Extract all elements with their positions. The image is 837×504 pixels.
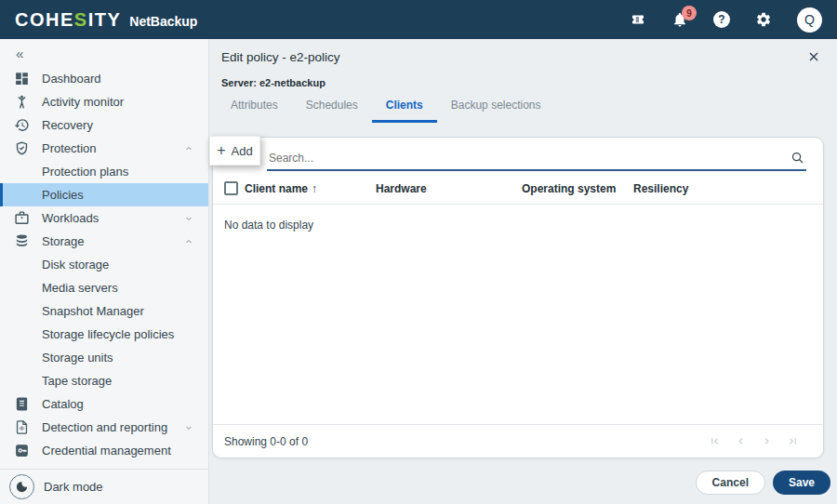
- credential-key-icon: [14, 443, 30, 458]
- showing-count-text: Showing 0-0 of 0: [224, 435, 308, 448]
- notification-badge: 9: [682, 6, 697, 20]
- user-avatar[interactable]: Q: [797, 7, 822, 33]
- page-title: Edit policy - e2-policy: [221, 50, 340, 64]
- activity-monitor-icon: [14, 94, 30, 110]
- tab-schedules[interactable]: Schedules: [292, 99, 372, 123]
- sidebar-item-recovery[interactable]: Recovery: [0, 113, 208, 137]
- action-bar: Cancel Save: [696, 471, 830, 495]
- next-page-icon[interactable]: [761, 435, 773, 447]
- cancel-button[interactable]: Cancel: [696, 471, 765, 495]
- chevron-down-icon: [183, 213, 194, 224]
- column-header-client-name[interactable]: Client name ↑: [245, 182, 376, 195]
- sidebar-item-credential-management[interactable]: Credential management: [0, 439, 208, 462]
- edit-policy-panel: Edit policy - e2-policy Server: e2-netba…: [209, 39, 837, 504]
- sort-ascending-icon: ↑: [312, 182, 317, 195]
- column-header-operating-system[interactable]: Operating system: [522, 182, 633, 195]
- dark-mode-toggle[interactable]: Dark mode: [0, 469, 208, 504]
- save-button[interactable]: Save: [773, 471, 830, 495]
- search-input[interactable]: [267, 152, 790, 165]
- sidebar-item-tape-storage[interactable]: Tape storage: [0, 369, 208, 392]
- table-footer: Showing 0-0 of 0: [213, 424, 823, 458]
- panel-header: Edit policy - e2-policy: [209, 39, 837, 64]
- tab-backup-selections[interactable]: Backup selections: [437, 99, 555, 123]
- sidebar-item-dashboard[interactable]: Dashboard: [0, 67, 208, 90]
- add-button-label: Add: [232, 144, 253, 158]
- sidebar: « Dashboard Activity monitor Recovery Pr…: [0, 39, 209, 504]
- last-page-icon[interactable]: [787, 435, 799, 447]
- clients-table-card: Client name ↑ Hardware Operating system …: [212, 137, 824, 458]
- search-icon[interactable]: [790, 151, 804, 165]
- storage-database-icon: [14, 233, 30, 249]
- first-page-icon[interactable]: [709, 435, 721, 447]
- sidebar-item-snapshot-manager[interactable]: Snapshot Manager: [0, 299, 208, 323]
- plus-icon: +: [217, 142, 225, 159]
- brand-netbackup: NetBackup: [129, 14, 197, 29]
- add-button[interactable]: + Add: [209, 136, 260, 166]
- sidebar-item-storage-units[interactable]: Storage units: [0, 346, 208, 369]
- empty-table-message: No data to display: [213, 205, 823, 245]
- ticket-icon[interactable]: [630, 11, 646, 28]
- help-icon[interactable]: ?: [713, 11, 730, 28]
- sidebar-item-disk-storage[interactable]: Disk storage: [0, 253, 208, 276]
- sidebar-item-media-servers[interactable]: Media servers: [0, 276, 208, 299]
- sidebar-item-workloads[interactable]: Workloads: [0, 206, 208, 230]
- sidebar-item-protection[interactable]: Protection: [0, 137, 208, 160]
- previous-page-icon[interactable]: [735, 435, 747, 447]
- catalog-book-icon: [14, 396, 30, 412]
- close-icon[interactable]: [806, 49, 821, 64]
- sidebar-item-activity-monitor[interactable]: Activity monitor: [0, 90, 208, 113]
- tab-clients[interactable]: Clients: [372, 99, 437, 123]
- chevron-down-icon: [183, 422, 194, 433]
- pagination: [709, 435, 799, 447]
- chevron-up-icon: [183, 143, 194, 154]
- workloads-briefcase-icon: [14, 210, 30, 226]
- notifications-button[interactable]: 9: [671, 11, 688, 28]
- search-bar: [267, 146, 806, 171]
- brand-cohesity: COHESITY: [15, 9, 121, 31]
- recovery-icon: [14, 117, 30, 133]
- sidebar-item-policies[interactable]: Policies: [0, 183, 208, 206]
- sidebar-item-storage[interactable]: Storage: [0, 230, 208, 253]
- protection-shield-icon: [14, 140, 30, 156]
- tab-bar: Attributes Schedules Clients Backup sele…: [209, 99, 837, 123]
- select-all-checkbox[interactable]: [224, 181, 238, 195]
- column-header-resiliency[interactable]: Resiliency: [633, 182, 688, 195]
- table-header-row: Client name ↑ Hardware Operating system …: [213, 173, 823, 205]
- tab-attributes[interactable]: Attributes: [217, 99, 292, 123]
- sidebar-item-protection-plans[interactable]: Protection plans: [0, 160, 208, 183]
- gear-icon[interactable]: [755, 11, 772, 28]
- moon-icon: [9, 474, 34, 499]
- sidebar-item-catalog[interactable]: Catalog: [0, 392, 208, 416]
- sidebar-item-detection-and-reporting[interactable]: Detection and reporting: [0, 416, 208, 439]
- topbar-icons: 9 ? Q: [630, 7, 826, 33]
- chevron-up-icon: [183, 236, 194, 247]
- column-header-hardware[interactable]: Hardware: [376, 182, 522, 195]
- dashboard-icon: [14, 71, 30, 86]
- detection-report-icon: [14, 419, 30, 435]
- top-header: COHESITY NetBackup 9 ? Q: [0, 0, 837, 39]
- sidebar-collapse-button[interactable]: «: [0, 39, 208, 67]
- server-label: Server: e2-netbackup: [209, 64, 837, 88]
- dark-mode-label: Dark mode: [44, 480, 103, 494]
- app-logo: COHESITY NetBackup: [15, 9, 197, 31]
- sidebar-item-storage-lifecycle-policies[interactable]: Storage lifecycle policies: [0, 323, 208, 346]
